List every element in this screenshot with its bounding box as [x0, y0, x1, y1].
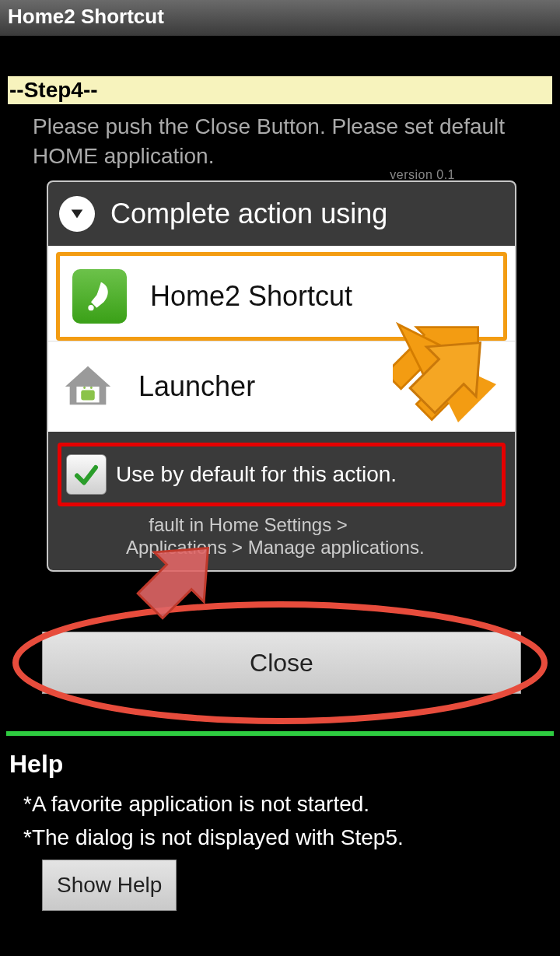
step-banner: --Step4-- — [8, 76, 552, 104]
house-android-icon — [61, 359, 115, 414]
dialog-title: Complete action using — [110, 198, 387, 230]
section-divider — [6, 731, 554, 736]
show-help-button[interactable]: Show Help — [42, 860, 177, 911]
step-label: --Step4-- — [9, 78, 98, 103]
help-line-1: *A favorite application is not started. — [23, 787, 404, 821]
svg-marker-12 — [125, 524, 233, 631]
red-arrow-icon — [117, 523, 233, 639]
option-label: Home2 Shortcut — [150, 280, 352, 313]
help-text: *A favorite application is not started. … — [23, 787, 404, 855]
svg-point-1 — [88, 305, 93, 310]
default-label: Use by default for this action. — [116, 462, 397, 487]
app-title: Home2 Shortcut — [8, 5, 164, 28]
dropdown-circle-icon — [59, 196, 95, 232]
close-button-label: Close — [250, 649, 313, 678]
default-highlight-box: Use by default for this action. — [58, 443, 506, 506]
svg-marker-11 — [397, 318, 505, 425]
svg-point-6 — [90, 387, 93, 389]
svg-marker-0 — [72, 210, 83, 219]
close-button[interactable]: Close — [42, 632, 521, 694]
step-instruction: Please push the Close Button. Please set… — [33, 112, 544, 171]
help-heading: Help — [9, 750, 63, 779]
title-bar: Home2 Shortcut — [0, 0, 560, 36]
default-row: Use by default for this action. — [48, 432, 515, 510]
rocket-icon — [72, 269, 127, 324]
help-line-2: *The dialog is not displayed with Step5. — [23, 821, 404, 854]
show-help-label: Show Help — [57, 873, 162, 897]
orange-arrow-icon — [389, 317, 506, 434]
dialog-header: Complete action using — [48, 182, 515, 246]
svg-point-5 — [83, 387, 86, 389]
option-label: Launcher — [138, 370, 255, 403]
default-checkbox[interactable] — [66, 454, 107, 495]
svg-rect-4 — [81, 390, 95, 400]
